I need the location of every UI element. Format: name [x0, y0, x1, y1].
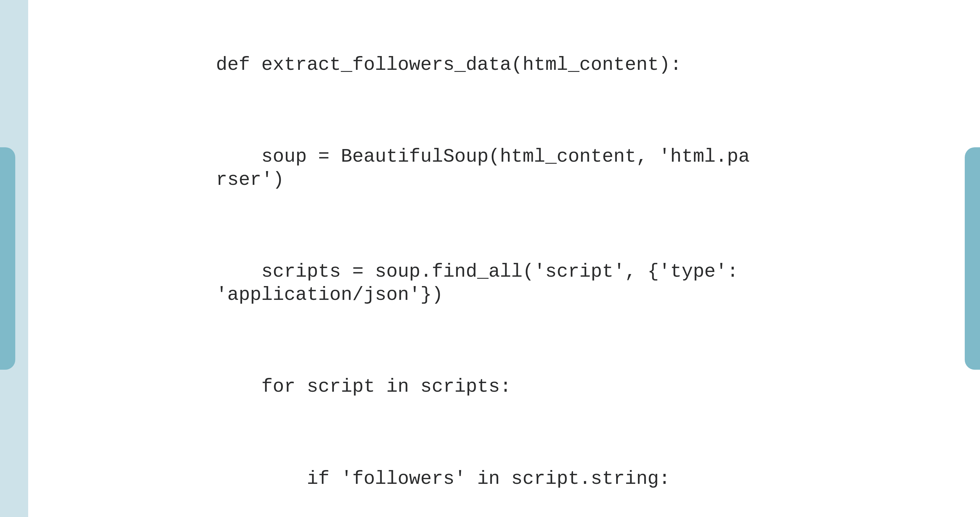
code-block: def extract_followers_data(html_content)…	[216, 7, 750, 517]
code-line: scripts = soup.find_all('script', {'type…	[216, 260, 750, 306]
right-nav-tab[interactable]	[965, 147, 980, 370]
code-line: for script in scripts:	[216, 375, 750, 398]
left-nav-tab[interactable]	[0, 147, 15, 370]
code-line: if 'followers' in script.string:	[216, 468, 750, 490]
code-line: soup = BeautifulSoup(html_content, 'html…	[216, 145, 750, 191]
code-line: def extract_followers_data(html_content)…	[216, 53, 750, 76]
page-root: def extract_followers_data(html_content)…	[0, 0, 980, 517]
